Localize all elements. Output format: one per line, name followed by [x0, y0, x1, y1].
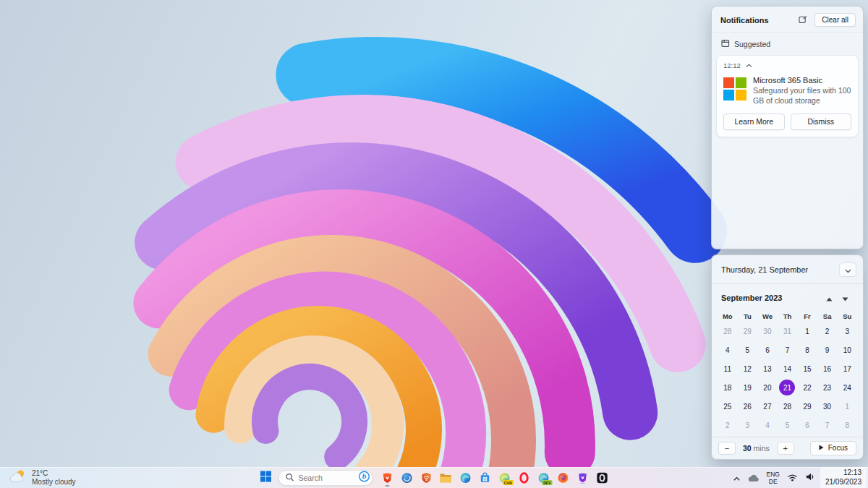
edge-canary-icon[interactable]: CAN: [495, 468, 513, 487]
calendar-day[interactable]: 9: [817, 341, 838, 359]
edge-dev-icon[interactable]: DEV: [535, 468, 552, 487]
chevron-up-icon: [826, 291, 833, 304]
calendar-day[interactable]: 11: [718, 359, 738, 378]
calendar-weekday-row: MoTuWeThFrSaSu: [712, 312, 863, 320]
calendar-day[interactable]: 6: [797, 416, 817, 435]
calendar-day[interactable]: 26: [738, 397, 758, 416]
clear-all-button[interactable]: Clear all: [814, 13, 856, 27]
notifications-title: Notifications: [720, 16, 796, 25]
calendar-day[interactable]: 5: [778, 416, 798, 435]
calendar-day[interactable]: 18: [718, 378, 738, 397]
calendar-collapse-button[interactable]: [839, 262, 856, 277]
wifi-tray-button[interactable]: [783, 468, 801, 487]
calendar-day[interactable]: 3: [738, 416, 758, 435]
calendar-day[interactable]: 2: [817, 322, 838, 341]
calendar-day[interactable]: 5: [738, 341, 758, 359]
weekday-label: Mo: [718, 312, 738, 320]
notification-settings-button[interactable]: [796, 14, 810, 26]
calendar-day[interactable]: 3: [837, 322, 857, 341]
calendar-day[interactable]: 22: [797, 378, 817, 397]
calendar-day[interactable]: 4: [718, 341, 738, 359]
svg-text:b: b: [362, 472, 367, 480]
opera-icon[interactable]: [515, 468, 532, 487]
calendar-day[interactable]: 24: [837, 378, 857, 397]
calendar-day[interactable]: 14: [778, 359, 798, 378]
search-input[interactable]: [299, 474, 354, 482]
start-button[interactable]: [257, 468, 276, 487]
calendar-day[interactable]: 30: [757, 322, 778, 341]
calendar-day[interactable]: 13: [757, 359, 778, 378]
calendar-day[interactable]: 16: [817, 359, 838, 378]
calendar-prev-month-button[interactable]: [821, 292, 837, 304]
speaker-icon: [805, 471, 815, 484]
notification-settings-icon: [799, 14, 807, 27]
calendar-day[interactable]: 6: [757, 341, 778, 359]
calendar-day[interactable]: 28: [718, 322, 738, 341]
file-explorer-icon[interactable]: [437, 468, 454, 487]
calendar-day[interactable]: 4: [757, 416, 778, 435]
calendar-day[interactable]: 27: [757, 397, 778, 416]
calendar-day[interactable]: 21: [778, 378, 798, 397]
volume-tray-button[interactable]: [801, 468, 819, 487]
tray-show-hidden-icons-button[interactable]: [729, 468, 744, 487]
ms-logo-green: [736, 77, 746, 88]
calendar-day[interactable]: 29: [738, 322, 758, 341]
calendar-day[interactable]: 8: [797, 341, 817, 359]
widgets-weather-button[interactable]: 21°C Mostly cloudy: [3, 468, 82, 488]
calendar-date-header: Thursday, 21 September: [721, 265, 839, 274]
ms-logo-yellow: [736, 90, 746, 100]
language-bottom: DE: [767, 478, 780, 485]
calendar-day[interactable]: 19: [738, 378, 758, 397]
blue-globe-app-icon[interactable]: [398, 468, 415, 487]
calendar-day[interactable]: 8: [837, 416, 857, 435]
tray-time: 12:13: [825, 468, 861, 478]
calendar-day[interactable]: 29: [797, 397, 817, 416]
dark-o-app-icon[interactable]: [593, 468, 610, 487]
calendar-day[interactable]: 7: [817, 416, 838, 435]
brave-icon[interactable]: [378, 468, 396, 487]
taskbar-search-box[interactable]: b: [278, 470, 373, 486]
weekday-label: Fr: [797, 312, 817, 320]
calendar-day[interactable]: 7: [778, 341, 798, 359]
dismiss-button[interactable]: Dismiss: [791, 114, 852, 130]
calendar-day[interactable]: 23: [817, 378, 838, 397]
edge-icon[interactable]: [456, 468, 474, 487]
notification-card[interactable]: 12:12 Microsoft 365 Basic Safeguard your…: [716, 55, 859, 137]
collapse-chevron-icon[interactable]: [746, 61, 752, 69]
notification-center: Notifications Clear all Suggested 12:12: [711, 6, 864, 249]
learn-more-button[interactable]: Learn More: [723, 114, 785, 130]
chevron-down-icon: [845, 263, 851, 276]
calendar-day[interactable]: 28: [778, 397, 798, 416]
chevron-up-icon: [733, 471, 741, 484]
calendar-day[interactable]: 15: [797, 359, 817, 378]
calendar-next-month-button[interactable]: [837, 292, 853, 304]
calendar-month-label: September 2023: [721, 294, 821, 302]
calendar-day[interactable]: 10: [837, 341, 857, 359]
calendar-day[interactable]: 30: [817, 397, 838, 416]
calendar-day[interactable]: 25: [718, 397, 738, 416]
weather-temp: 21°C: [32, 469, 76, 478]
desktop: Notifications Clear all Suggested 12:12: [0, 0, 868, 488]
language-indicator[interactable]: ENG DE: [763, 468, 783, 487]
calendar-day[interactable]: 1: [797, 322, 817, 341]
focus-minus-button[interactable]: −: [718, 442, 736, 455]
focus-plus-button[interactable]: +: [777, 442, 794, 455]
ms-logo-red: [723, 77, 734, 88]
firefox-icon[interactable]: [554, 468, 571, 487]
bing-icon: b: [359, 471, 370, 485]
shield-wifi-app-icon[interactable]: [417, 468, 435, 487]
calendar-day[interactable]: 31: [778, 322, 798, 341]
calendar-day[interactable]: 20: [757, 378, 778, 397]
notification-header: Notifications Clear all: [712, 7, 863, 33]
calendar-day[interactable]: 17: [837, 359, 857, 378]
calendar-day[interactable]: 2: [718, 416, 738, 435]
calendar-day[interactable]: 1: [837, 397, 857, 416]
calendar-day[interactable]: 12: [738, 359, 758, 378]
notification-app-title: Microsoft 365 Basic: [753, 76, 851, 85]
notification-body: Safeguard your files with 100 GB of clou…: [753, 86, 851, 106]
purple-shield-app-icon[interactable]: [574, 468, 591, 487]
microsoft-store-icon[interactable]: [476, 468, 493, 487]
focus-start-button[interactable]: Focus: [810, 441, 856, 455]
onedrive-tray-icon[interactable]: [744, 468, 763, 487]
clock-tray-button[interactable]: 12:13 21/09/2023: [820, 467, 867, 488]
